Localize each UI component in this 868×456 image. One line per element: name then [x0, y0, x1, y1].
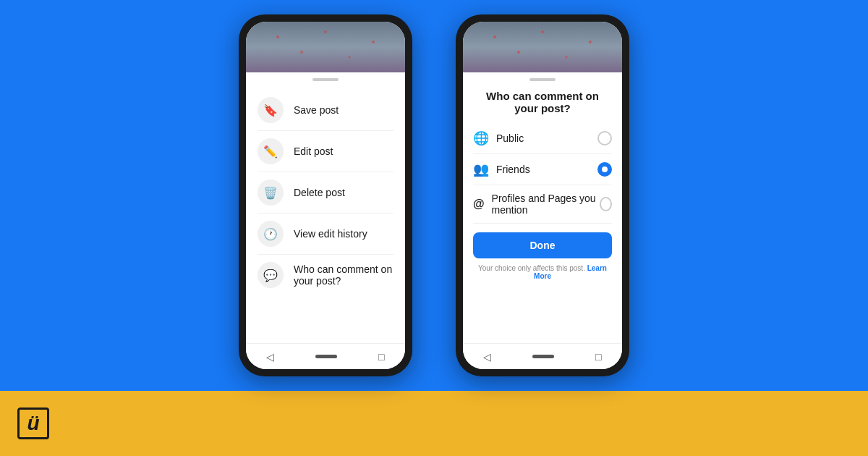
public-label: Public	[496, 132, 524, 144]
square-icon[interactable]: □	[378, 351, 384, 363]
menu-item-edit-post[interactable]: ✏️ Edit post	[258, 131, 393, 172]
main-area: 🔖 Save post ✏️ Edit post 🗑️ Delete post …	[0, 0, 868, 391]
friends-radio[interactable]	[597, 162, 612, 177]
option-friends-left: 👥 Friends	[473, 161, 530, 177]
menu-item-view-edit-history[interactable]: 🕐 View edit history	[258, 214, 393, 255]
save-post-icon: 🔖	[258, 97, 284, 123]
phone-right: Who can comment on your post? 🌐 Public 👥…	[456, 14, 629, 376]
menu-item-who-can-comment[interactable]: 💬 Who can comment on your post?	[258, 255, 393, 295]
phone-left: 🔖 Save post ✏️ Edit post 🗑️ Delete post …	[239, 14, 412, 376]
public-icon: 🌐	[473, 130, 489, 146]
square-icon-right[interactable]: □	[595, 351, 601, 363]
public-radio[interactable]	[597, 131, 612, 145]
back-icon[interactable]: ◁	[266, 351, 274, 363]
left-nav-bar: ◁ □	[246, 343, 405, 369]
save-post-label: Save post	[294, 104, 339, 116]
option-friends[interactable]: 👥 Friends	[473, 154, 612, 185]
friends-icon: 👥	[473, 161, 489, 177]
left-bottom-sheet: 🔖 Save post ✏️ Edit post 🗑️ Delete post …	[246, 72, 405, 343]
friends-label: Friends	[496, 164, 530, 175]
edit-post-label: Edit post	[294, 145, 333, 157]
home-indicator-right	[532, 355, 554, 358]
home-indicator	[315, 355, 337, 358]
sheet-handle-right	[529, 78, 556, 81]
done-button[interactable]: Done	[473, 232, 612, 258]
delete-post-icon: 🗑️	[258, 180, 284, 206]
footer-bar: ü	[0, 391, 868, 456]
friends-radio-inner	[602, 166, 608, 172]
phone-right-image	[463, 22, 622, 72]
profiles-pages-radio[interactable]	[600, 197, 612, 211]
phone-left-image	[246, 22, 405, 72]
option-profiles-pages[interactable]: @ Profiles and Pages you mention	[473, 185, 612, 224]
option-public[interactable]: 🌐 Public	[473, 123, 612, 154]
option-public-left: 🌐 Public	[473, 130, 524, 146]
sheet-handle	[312, 78, 339, 81]
profiles-pages-icon: @	[473, 198, 485, 211]
photo-pattern-right	[463, 22, 622, 72]
photo-pattern	[246, 22, 405, 72]
comment-sheet-title: Who can comment on your post?	[473, 90, 612, 114]
menu-item-save-post[interactable]: 🔖 Save post	[258, 90, 393, 131]
who-can-comment-label: Who can comment on your post?	[294, 263, 393, 287]
phone-left-screen: 🔖 Save post ✏️ Edit post 🗑️ Delete post …	[246, 22, 405, 369]
delete-post-label: Delete post	[294, 187, 345, 198]
view-edit-history-icon: 🕐	[258, 221, 284, 247]
footer-note-text: Your choice only affects this post.	[478, 264, 585, 272]
menu-item-delete-post[interactable]: 🗑️ Delete post	[258, 172, 393, 214]
option-profiles-pages-left: @ Profiles and Pages you mention	[473, 193, 600, 216]
phone-right-screen: Who can comment on your post? 🌐 Public 👥…	[463, 22, 622, 369]
who-can-comment-icon: 💬	[258, 262, 284, 288]
back-icon-right[interactable]: ◁	[483, 351, 491, 363]
right-nav-bar: ◁ □	[463, 343, 622, 369]
view-edit-history-label: View edit history	[294, 228, 367, 240]
footer-logo: ü	[17, 408, 49, 439]
right-bottom-sheet: Who can comment on your post? 🌐 Public 👥…	[463, 72, 622, 343]
footer-note: Your choice only affects this post. Lear…	[473, 264, 612, 280]
profiles-pages-label: Profiles and Pages you mention	[492, 193, 600, 216]
edit-post-icon: ✏️	[258, 138, 284, 164]
